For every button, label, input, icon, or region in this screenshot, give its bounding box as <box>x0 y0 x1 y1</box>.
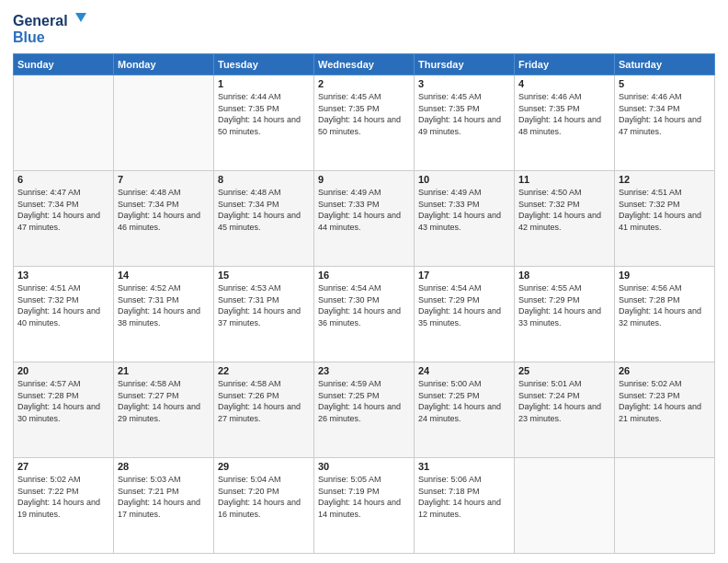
day-number: 22 <box>218 365 310 376</box>
calendar-table: SundayMondayTuesdayWednesdayThursdayFrid… <box>13 53 715 554</box>
day-number: 17 <box>418 270 510 281</box>
sunset-text: Sunset: 7:35 PM <box>418 104 480 113</box>
daylight-text: Daylight: 14 hours and 29 minutes. <box>118 402 200 423</box>
daylight-text: Daylight: 14 hours and 49 minutes. <box>418 115 501 136</box>
daylight-text: Daylight: 14 hours and 42 minutes. <box>518 211 601 232</box>
sunset-text: Sunset: 7:33 PM <box>318 200 380 209</box>
day-info: Sunrise: 4:48 AM Sunset: 7:34 PM Dayligh… <box>118 187 210 233</box>
calendar-day-cell: 27 Sunrise: 5:02 AM Sunset: 7:22 PM Dayl… <box>14 458 114 554</box>
day-number: 15 <box>218 270 310 281</box>
day-info: Sunrise: 4:45 AM Sunset: 7:35 PM Dayligh… <box>318 91 410 137</box>
day-number: 11 <box>518 174 610 185</box>
calendar-day-cell: 18 Sunrise: 4:55 AM Sunset: 7:29 PM Dayl… <box>515 267 615 362</box>
sunset-text: Sunset: 7:21 PM <box>118 487 179 496</box>
calendar-day-header: Sunday <box>14 54 114 75</box>
calendar-week-row: 20 Sunrise: 4:57 AM Sunset: 7:28 PM Dayl… <box>14 362 715 458</box>
calendar-week-row: 27 Sunrise: 5:02 AM Sunset: 7:22 PM Dayl… <box>14 458 715 554</box>
day-number: 1 <box>218 78 310 89</box>
daylight-text: Daylight: 14 hours and 23 minutes. <box>518 402 601 423</box>
daylight-text: Daylight: 14 hours and 37 minutes. <box>218 306 301 327</box>
day-info: Sunrise: 4:59 AM Sunset: 7:25 PM Dayligh… <box>318 378 410 424</box>
sunrise-text: Sunrise: 4:45 AM <box>418 92 482 101</box>
day-info: Sunrise: 4:45 AM Sunset: 7:35 PM Dayligh… <box>418 91 510 137</box>
daylight-text: Daylight: 14 hours and 40 minutes. <box>17 306 100 327</box>
day-number: 4 <box>518 78 610 89</box>
calendar-day-cell: 4 Sunrise: 4:46 AM Sunset: 7:35 PM Dayli… <box>515 75 615 171</box>
calendar-day-cell: 10 Sunrise: 4:49 AM Sunset: 7:33 PM Dayl… <box>415 171 515 267</box>
daylight-text: Daylight: 14 hours and 44 minutes. <box>318 211 401 232</box>
day-number: 25 <box>518 365 610 376</box>
daylight-text: Daylight: 14 hours and 26 minutes. <box>318 402 401 423</box>
day-info: Sunrise: 5:05 AM Sunset: 7:19 PM Dayligh… <box>318 474 410 520</box>
svg-marker-2 <box>75 13 86 22</box>
day-number: 31 <box>418 461 510 472</box>
day-number: 26 <box>619 365 711 376</box>
daylight-text: Daylight: 14 hours and 48 minutes. <box>518 115 601 136</box>
calendar-day-header: Wednesday <box>314 54 415 75</box>
day-number: 6 <box>17 174 109 185</box>
calendar-day-cell: 29 Sunrise: 5:04 AM Sunset: 7:20 PM Dayl… <box>214 458 314 554</box>
calendar-day-cell: 6 Sunrise: 4:47 AM Sunset: 7:34 PM Dayli… <box>14 171 114 267</box>
sunset-text: Sunset: 7:35 PM <box>318 104 380 113</box>
daylight-text: Daylight: 14 hours and 17 minutes. <box>118 498 200 519</box>
sunset-text: Sunset: 7:26 PM <box>218 391 279 400</box>
calendar-week-row: 6 Sunrise: 4:47 AM Sunset: 7:34 PM Dayli… <box>14 171 715 267</box>
calendar-day-cell: 28 Sunrise: 5:03 AM Sunset: 7:21 PM Dayl… <box>114 458 214 554</box>
calendar-day-cell: 22 Sunrise: 4:58 AM Sunset: 7:26 PM Dayl… <box>214 362 314 458</box>
sunset-text: Sunset: 7:29 PM <box>418 295 480 304</box>
calendar-day-cell: 21 Sunrise: 4:58 AM Sunset: 7:27 PM Dayl… <box>114 362 214 458</box>
day-info: Sunrise: 4:53 AM Sunset: 7:31 PM Dayligh… <box>218 282 310 328</box>
calendar-day-cell <box>515 458 615 554</box>
day-info: Sunrise: 4:46 AM Sunset: 7:35 PM Dayligh… <box>518 91 610 137</box>
daylight-text: Daylight: 14 hours and 24 minutes. <box>418 402 501 423</box>
sunrise-text: Sunrise: 4:46 AM <box>619 92 682 101</box>
page: General Blue SundayMondayTuesdayWednesda… <box>0 0 728 563</box>
calendar-week-row: 1 Sunrise: 4:44 AM Sunset: 7:35 PM Dayli… <box>14 75 715 171</box>
daylight-text: Daylight: 14 hours and 38 minutes. <box>118 306 200 327</box>
sunrise-text: Sunrise: 5:04 AM <box>218 475 281 484</box>
sunset-text: Sunset: 7:19 PM <box>318 487 380 496</box>
sunrise-text: Sunrise: 4:56 AM <box>619 283 682 293</box>
day-info: Sunrise: 4:46 AM Sunset: 7:34 PM Dayligh… <box>619 91 711 137</box>
day-info: Sunrise: 5:04 AM Sunset: 7:20 PM Dayligh… <box>218 474 310 520</box>
sunset-text: Sunset: 7:34 PM <box>17 200 79 209</box>
day-number: 8 <box>218 174 310 185</box>
logo-icon: General Blue <box>13 9 86 46</box>
day-number: 20 <box>17 365 109 376</box>
sunrise-text: Sunrise: 4:59 AM <box>318 379 381 388</box>
day-number: 28 <box>118 461 210 472</box>
sunrise-text: Sunrise: 5:03 AM <box>118 475 181 484</box>
daylight-text: Daylight: 14 hours and 19 minutes. <box>17 498 100 519</box>
sunset-text: Sunset: 7:34 PM <box>218 200 279 209</box>
sunrise-text: Sunrise: 4:58 AM <box>218 379 281 388</box>
daylight-text: Daylight: 14 hours and 32 minutes. <box>619 306 701 327</box>
calendar-day-cell <box>114 75 214 171</box>
calendar-day-cell: 24 Sunrise: 5:00 AM Sunset: 7:25 PM Dayl… <box>415 362 515 458</box>
sunrise-text: Sunrise: 4:57 AM <box>17 379 81 388</box>
sunrise-text: Sunrise: 4:55 AM <box>518 283 582 293</box>
calendar-day-cell <box>14 75 114 171</box>
calendar-day-cell: 25 Sunrise: 5:01 AM Sunset: 7:24 PM Dayl… <box>515 362 615 458</box>
sunrise-text: Sunrise: 4:44 AM <box>218 92 281 101</box>
sunset-text: Sunset: 7:32 PM <box>619 200 680 209</box>
sunset-text: Sunset: 7:30 PM <box>318 295 380 304</box>
sunrise-text: Sunrise: 4:50 AM <box>518 188 582 197</box>
day-info: Sunrise: 5:03 AM Sunset: 7:21 PM Dayligh… <box>118 474 210 520</box>
sunset-text: Sunset: 7:20 PM <box>218 487 279 496</box>
daylight-text: Daylight: 14 hours and 36 minutes. <box>318 306 401 327</box>
sunset-text: Sunset: 7:25 PM <box>418 391 480 400</box>
sunset-text: Sunset: 7:25 PM <box>318 391 380 400</box>
calendar-day-header: Friday <box>515 54 615 75</box>
day-number: 30 <box>318 461 410 472</box>
sunrise-text: Sunrise: 4:45 AM <box>318 92 381 101</box>
sunrise-text: Sunrise: 5:02 AM <box>619 379 682 388</box>
day-number: 18 <box>518 270 610 281</box>
svg-text:Blue: Blue <box>13 29 45 45</box>
sunrise-text: Sunrise: 5:02 AM <box>17 475 81 484</box>
day-info: Sunrise: 4:54 AM Sunset: 7:30 PM Dayligh… <box>318 282 410 328</box>
day-number: 3 <box>418 78 510 89</box>
day-number: 5 <box>619 78 711 89</box>
calendar-day-cell: 13 Sunrise: 4:51 AM Sunset: 7:32 PM Dayl… <box>14 267 114 362</box>
calendar-day-header: Tuesday <box>214 54 314 75</box>
calendar-header-row: SundayMondayTuesdayWednesdayThursdayFrid… <box>14 54 715 75</box>
